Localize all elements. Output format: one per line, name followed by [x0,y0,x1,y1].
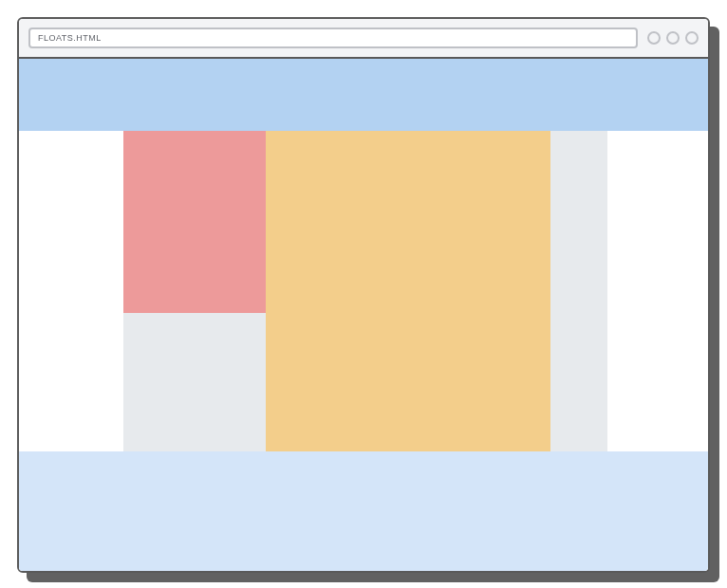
window-button-3[interactable] [685,31,699,45]
viewport [19,59,708,571]
window-button-1[interactable] [647,31,661,45]
footer-block [19,451,708,571]
menu-block [19,59,708,131]
url-text: FLOATS.HTML [38,33,102,43]
titlebar: FLOATS.HTML [19,19,708,57]
browser-window: FLOATS.HTML [17,17,710,573]
content-block [266,131,550,451]
window-button-2[interactable] [666,31,680,45]
url-bar[interactable]: FLOATS.HTML [28,28,638,48]
window-buttons [647,31,699,45]
red-block [123,131,266,313]
